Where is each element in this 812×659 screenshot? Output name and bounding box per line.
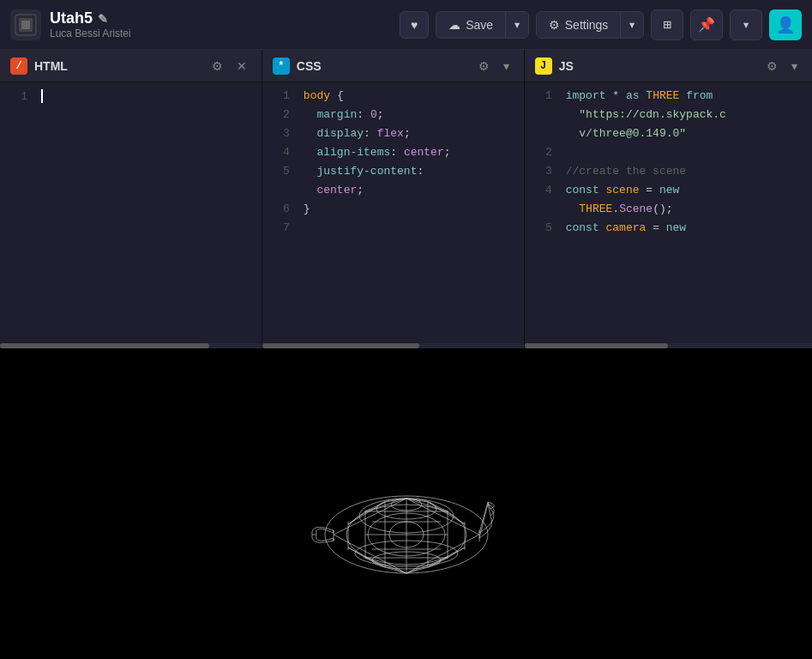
app-name: Utah5 (50, 9, 93, 27)
css-settings-button[interactable]: ⚙ (474, 57, 494, 75)
svg-rect-2 (21, 21, 30, 29)
css-panel: * CSS ⚙ ▾ 1 body { 2 margin: 0; 3 (262, 50, 525, 348)
cloud-icon: ☁ (448, 18, 460, 32)
brand-logo (10, 9, 41, 40)
settings-label: Settings (565, 18, 609, 32)
gear-icon: ⚙ (549, 18, 560, 32)
avatar-icon: 👤 (776, 15, 795, 34)
js-line-4b: THREE.Scene(); (525, 203, 812, 221)
settings-main-button[interactable]: ⚙ Settings (537, 12, 621, 38)
brand-title: Utah5 ✎ (50, 9, 131, 27)
edit-icon[interactable]: ✎ (98, 12, 108, 26)
js-line-1c: v/three@0.149.0" (525, 127, 812, 146)
html-tab-actions: ⚙ ✕ (208, 57, 251, 75)
heart-button[interactable]: ♥ (400, 11, 429, 39)
grid-button[interactable]: ⊞ (651, 9, 683, 40)
pin-button[interactable]: 📌 (690, 9, 723, 40)
avatar-button[interactable]: 👤 (769, 9, 802, 40)
css-line-1: 1 body { (262, 89, 524, 108)
html-scrollbar[interactable] (0, 343, 262, 348)
settings-chevron-icon: ▾ (628, 16, 636, 33)
css-line-2: 2 margin: 0; (262, 108, 524, 127)
css-line-5: 5 justify-content: (262, 165, 524, 184)
css-tab-actions: ⚙ ▾ (474, 57, 514, 75)
js-line-5: 5 const camera = new (525, 221, 812, 240)
css-editor-content[interactable]: 1 body { 2 margin: 0; 3 display: flex; 4… (262, 82, 524, 343)
js-tab-left: J JS (535, 57, 574, 75)
css-line-7: 7 (262, 221, 524, 240)
save-main-button[interactable]: ☁ Save (436, 12, 505, 38)
pin-icon: 📌 (698, 16, 715, 33)
svg-line-24 (406, 535, 479, 573)
brand-text: Utah5 ✎ Luca Bessi Aristei (50, 9, 131, 39)
js-settings-button[interactable]: ⚙ (762, 57, 782, 75)
html-scrollbar-thumb[interactable] (0, 343, 209, 348)
grid-icon: ⊞ (663, 16, 671, 33)
svg-line-47 (428, 558, 448, 567)
save-split-button: ☁ Save ▾ (436, 11, 529, 39)
svg-line-44 (365, 502, 385, 511)
svg-line-41 (348, 547, 365, 558)
svg-line-22 (406, 499, 479, 535)
html-settings-button[interactable]: ⚙ (208, 57, 227, 75)
js-tab: J JS ⚙ ▾ (525, 50, 812, 82)
settings-split-button: ⚙ Settings ▾ (536, 11, 644, 39)
svg-line-23 (334, 535, 406, 573)
js-scrollbar-thumb[interactable] (525, 343, 669, 348)
wireframe-teapot (304, 457, 509, 595)
svg-line-32 (406, 558, 448, 573)
save-dropdown-button[interactable]: ▾ (505, 12, 528, 38)
save-chevron-icon: ▾ (513, 16, 521, 33)
html-tab-left: / HTML (10, 57, 68, 75)
js-tab-actions: ⚙ ▾ (762, 57, 802, 75)
css-tab-label: CSS (297, 59, 322, 73)
css-line-3: 3 display: flex; (262, 127, 524, 146)
svg-line-45 (365, 558, 385, 567)
editor-area: / HTML ⚙ ✕ 1 * CSS (0, 50, 812, 350)
js-line-1b: "https://cdn.skypack.c (525, 108, 812, 127)
navbar: Utah5 ✎ Luca Bessi Aristei ♥ ☁ Save ▾ ⚙ … (0, 0, 812, 50)
js-dropdown-button[interactable]: ▾ (787, 57, 802, 75)
js-line-2: 2 (525, 146, 812, 165)
css-dropdown-button[interactable]: ▾ (499, 57, 514, 75)
html-panel: / HTML ⚙ ✕ 1 (0, 50, 262, 348)
js-editor-content[interactable]: 1 import * as THREE from "https://cdn.sk… (525, 82, 812, 343)
js-line-3: 3 //create the scene (525, 165, 812, 184)
svg-line-43 (448, 547, 465, 558)
html-tab-label: HTML (34, 59, 68, 73)
svg-line-46 (428, 502, 448, 511)
js-panel: J JS ⚙ ▾ 1 import * as THREE from "https… (525, 50, 812, 348)
html-line-1: 1 (0, 89, 262, 108)
css-scrollbar-thumb[interactable] (262, 343, 419, 348)
js-line-4: 4 const scene = new (525, 184, 812, 203)
svg-line-30 (365, 558, 406, 573)
css-tab-left: * CSS (273, 57, 322, 75)
more-dropdown-button[interactable]: ▾ (730, 9, 762, 40)
brand-subtitle: Luca Bessi Aristei (50, 27, 131, 39)
css-scrollbar[interactable] (262, 343, 524, 348)
css-line-6: 6 } (262, 203, 524, 221)
brand: Utah5 ✎ Luca Bessi Aristei (10, 9, 131, 40)
css-line-5b: center; (262, 184, 524, 203)
js-badge: J (535, 57, 552, 75)
html-tab: / HTML ⚙ ✕ (0, 50, 262, 82)
js-line-1: 1 import * as THREE from (525, 89, 812, 108)
css-tab: * CSS ⚙ ▾ (262, 50, 524, 82)
html-close-button[interactable]: ✕ (232, 57, 251, 75)
preview-area (0, 350, 812, 659)
save-label: Save (466, 18, 493, 32)
html-badge: / (10, 57, 27, 75)
html-editor-content[interactable]: 1 (0, 82, 262, 343)
svg-line-21 (334, 499, 406, 535)
css-badge: * (273, 57, 290, 75)
settings-dropdown-button[interactable]: ▾ (620, 12, 643, 38)
js-scrollbar[interactable] (525, 343, 812, 348)
js-tab-label: JS (559, 59, 574, 73)
chevron-down-icon: ▾ (742, 16, 750, 33)
heart-icon: ♥ (411, 18, 418, 32)
wireframe-container (304, 457, 509, 595)
css-line-4: 4 align-items: center; (262, 146, 524, 165)
